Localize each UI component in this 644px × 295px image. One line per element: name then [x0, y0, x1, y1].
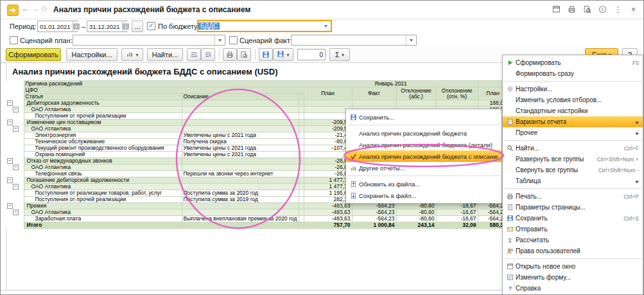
row-label-cell[interactable]: Охрана помещений	[24, 152, 182, 158]
value-cell[interactable]: -16,67	[436, 216, 478, 222]
value-cell[interactable]: -483,63	[304, 216, 352, 222]
row-label-cell[interactable]: ОАО Атлантика	[24, 210, 182, 216]
value-cell[interactable]: -21,49	[304, 132, 352, 139]
scenario-fact-combo[interactable]: ▾	[291, 35, 417, 46]
budget-combo[interactable]: БДДС ▾	[197, 20, 332, 32]
menu-item-edit-filters[interactable]: Изменить условия отборов...	[503, 94, 643, 105]
preview-icon[interactable]	[582, 4, 592, 14]
value-cell[interactable]: -483,63	[304, 203, 352, 210]
row-description-cell[interactable]	[182, 158, 299, 165]
calendar-icon[interactable]	[122, 21, 129, 31]
report-row[interactable]: −ОАО Атлантика-483,63-564,23-80,60-16,67…	[6, 210, 508, 216]
collapse-group-icon[interactable]: −	[7, 158, 13, 164]
report-row[interactable]: Итого757,701 000,84243,1432,09580,36	[6, 222, 508, 229]
generate-button[interactable]: Сформировать	[6, 48, 61, 61]
row-description-cell[interactable]	[182, 165, 299, 171]
row-label-cell[interactable]: Телефонная связь	[24, 171, 182, 177]
row-description-cell[interactable]	[182, 203, 299, 210]
row-label-cell[interactable]: Техническое обслуживание	[24, 139, 182, 145]
date-to-field[interactable]: 31.12.2021	[87, 21, 128, 32]
value-cell[interactable]: -80,60	[396, 210, 436, 216]
menu-item-settings[interactable]: Настройки...	[503, 84, 643, 94]
value-cell[interactable]: -564,23	[352, 216, 396, 222]
menu-item-save[interactable]: СохранитьCtrl+S	[503, 213, 643, 224]
row-description-cell[interactable]	[182, 113, 299, 120]
row-label-cell[interactable]: Поступления от прочей реализации	[24, 113, 182, 120]
value-cell[interactable]: -564,23	[352, 210, 396, 216]
collapse-group-icon[interactable]: −	[7, 203, 13, 209]
row-label-cell[interactable]: ОАО Атлантика	[24, 126, 182, 132]
collapse-groups-button[interactable]	[201, 48, 215, 61]
menu-item-calculate[interactable]: ΣРассчитать	[503, 235, 643, 246]
collapse-group-icon[interactable]: −	[7, 177, 13, 183]
value-cell[interactable]: 1 477,76	[304, 177, 352, 184]
value-cell[interactable]: -564,23	[352, 203, 396, 210]
value-cell[interactable]	[304, 100, 352, 107]
value-cell[interactable]: -80,60	[304, 139, 352, 145]
menu-item-variant-basic[interactable]: Анализ причин расхождений бюджета	[346, 127, 501, 139]
row-label-cell[interactable]: Электроэнергия	[24, 132, 182, 139]
row-label-cell[interactable]: Поступления от прочей реализации	[24, 197, 182, 203]
report-row[interactable]: Заработная платаВыплачена внеплановая пр…	[6, 216, 508, 222]
row-label-cell[interactable]: ОАО Атлантика	[24, 107, 182, 113]
menu-item-save-to-file[interactable]: Сохранить в файл...	[346, 190, 501, 201]
value-cell[interactable]: 1 000,84	[352, 222, 396, 229]
row-description-cell[interactable]	[182, 184, 299, 190]
row-label-cell[interactable]: ОАО Атлантика	[24, 165, 182, 171]
menu-item-help[interactable]: ?Справка	[503, 283, 643, 294]
by-budget-checkbox[interactable]: ✓	[147, 22, 155, 30]
chevron-down-icon[interactable]: ▾	[214, 35, 225, 45]
value-cell[interactable]	[436, 100, 478, 107]
row-description-cell[interactable]	[182, 222, 299, 229]
report-variants-button[interactable]: ▾	[121, 48, 143, 61]
value-cell[interactable]: -80,60	[396, 216, 436, 222]
row-description-cell[interactable]: Перешли на звонки через интернет	[182, 171, 299, 177]
value-cell[interactable]: -483,63	[304, 210, 352, 216]
value-cell[interactable]: -209,56	[304, 120, 352, 126]
value-cell[interactable]: 243,14	[396, 222, 436, 229]
report-row[interactable]: −Дебиторская задолженность188,08	[6, 100, 508, 107]
value-cell[interactable]: 1 477,76	[304, 184, 352, 190]
sum-button[interactable]: Σ ▾	[329, 48, 350, 61]
scenario-plan-checkbox[interactable]	[10, 36, 18, 44]
value-cell[interactable]: 282,12	[304, 197, 352, 203]
collapse-group-icon[interactable]: −	[13, 165, 19, 170]
close-icon[interactable]: ×	[629, 4, 638, 14]
report-row[interactable]: −Премия-483,63-564,23-80,60-16,67-564,23	[6, 203, 508, 210]
value-cell[interactable]: -16,67	[436, 203, 478, 210]
value-cell[interactable]: 1 195,64	[304, 190, 352, 197]
menu-item-open-new-window[interactable]: Открыть новое окно	[503, 261, 643, 272]
row-description-cell[interactable]	[182, 210, 299, 216]
menu-item-print[interactable]: Печать...Ctrl+P	[503, 191, 643, 202]
print-icon[interactable]	[567, 4, 577, 14]
back-arrow-icon[interactable]: ←	[21, 4, 30, 13]
menu-item-load-from-file[interactable]: Обновить из файла...	[346, 178, 501, 190]
value-cell[interactable]	[304, 113, 352, 120]
chevron-down-icon[interactable]: ▾	[406, 35, 416, 45]
find-button[interactable]: Найти...	[147, 48, 183, 61]
menu-item-other-reports[interactable]: Другие отчеты...	[346, 162, 501, 174]
menu-item-generate[interactable]: СформироватьF5	[503, 57, 643, 68]
expand-groups-button[interactable]	[187, 48, 201, 61]
row-label-cell[interactable]: Отказ от международных звонков	[24, 158, 182, 165]
menu-item-generate-immediately[interactable]: Формировать сразу	[503, 68, 643, 79]
value-cell[interactable]: -16,67	[436, 210, 478, 216]
row-description-cell[interactable]	[182, 120, 299, 126]
row-label-cell[interactable]: Итого	[24, 222, 182, 229]
menu-item-collapse-all-groups[interactable]: Свернуть все группыCtrl+Shift+Num -	[503, 165, 643, 175]
chevron-down-icon[interactable]: ▾	[321, 21, 331, 31]
info-icon[interactable]: i	[598, 4, 607, 14]
collapse-group-icon[interactable]: −	[13, 126, 19, 132]
row-description-cell[interactable]	[182, 100, 299, 107]
menu-item-variant-with-description[interactable]: Анализ причин расхождений бюджета с опис…	[346, 150, 501, 162]
collapse-group-icon[interactable]: −	[13, 184, 19, 190]
new-window-icon[interactable]	[552, 4, 561, 14]
value-cell[interactable]	[304, 107, 352, 113]
date-from-field[interactable]: 01.01.2021	[37, 21, 78, 32]
collapse-group-icon[interactable]: −	[7, 120, 13, 125]
row-label-cell[interactable]: Погашение дебиторской задолженности	[24, 177, 182, 184]
value-cell[interactable]	[304, 152, 352, 158]
scenario-plan-combo[interactable]: ▾	[73, 35, 225, 46]
calendar-icon[interactable]	[73, 21, 80, 31]
save-dropdown-button[interactable]: ▾	[273, 48, 293, 61]
